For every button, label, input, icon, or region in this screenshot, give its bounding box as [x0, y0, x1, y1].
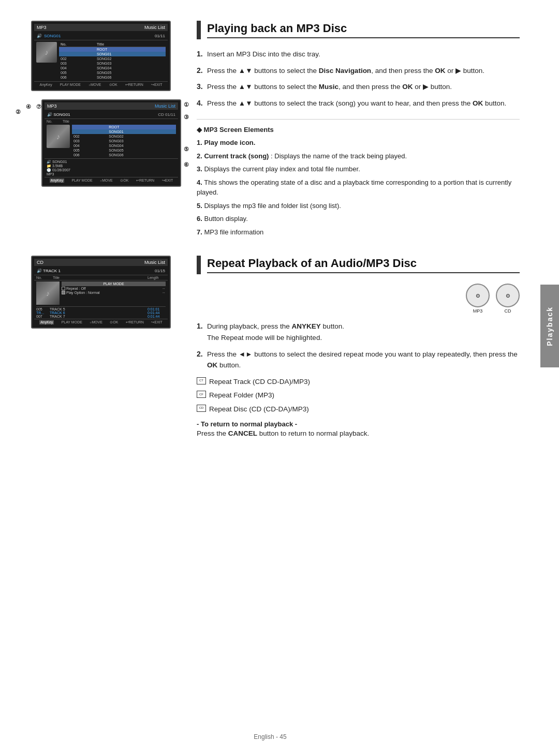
mp3-element-5: 5. Displays the mp3 file and folder list… [197, 201, 520, 211]
mp3-element-6: 6. Button display. [197, 214, 520, 224]
annotation-4: ④ [26, 103, 31, 110]
repeat-instruction-1: 1. During playback, press the ANYKEY but… [197, 321, 520, 343]
screen1-label-right: Music List [144, 25, 165, 30]
instruction-4: 4. Press the ▲▼ buttons to select the tr… [197, 98, 520, 109]
annotation-3: ③ [184, 114, 189, 121]
section1-heading: Playing back an MP3 Disc [207, 22, 520, 38]
screen1-label-left: MP3 [37, 25, 47, 30]
instruction-1: 1. Insert an MP3 Disc into the disc tray… [197, 49, 520, 60]
return-note-heading: - To return to normal playback - [197, 420, 297, 428]
annotation-2: ② [16, 109, 21, 115]
repeat-track-icon: CT [197, 377, 206, 384]
annotation-5: ⑤ [184, 146, 189, 153]
mp3-screen-annotated-container: ② ④ ⑦ ① ③ ⑤ ⑥ MP3 Music List 🔊 SONG01 [31, 99, 186, 187]
mode-icons-container: ⊙ MP3 ⊙ CD [466, 284, 520, 314]
mp3-element-1: 1. Play mode icon. [197, 138, 520, 148]
screen2-label-right: Music List [144, 260, 165, 265]
repeat-instruction-2: 2. Press the ◄► buttons to select the de… [197, 349, 520, 371]
section-mp3-playback: MP3 Music List 🔊 SONG01 01/11 ♪ [31, 21, 520, 240]
mp3-screen-annotated: MP3 Music List 🔊 SONG01 CD 01/11 No.Titl… [41, 99, 181, 187]
screen1-track: SONG01 [44, 34, 61, 38]
sidetab-label: Playback [546, 306, 554, 346]
repeat-options-list: CT Repeat Track (CD CD-DA)/MP3) CF Repea… [197, 376, 520, 415]
mp3-screens-panel: MP3 Music List 🔊 SONG01 01/11 ♪ [31, 21, 197, 240]
cd-mode-icon: ⊙ CD [496, 284, 520, 314]
return-note: - To return to normal playback - Press t… [197, 420, 520, 439]
repeat-instructions-panel: Repeat Playback of an Audio/MP3 Disc ⊙ M… [197, 256, 520, 439]
screen2-label-left: CD [37, 260, 43, 265]
instruction-2: 2. Press the ▲▼ buttons to select the Di… [197, 65, 520, 77]
repeat-folder-icon: CF [197, 391, 206, 398]
mp3-element-3: 3. Displays the current play index and t… [197, 164, 520, 174]
section2-heading: Repeat Playback of an Audio/MP3 Disc [207, 257, 520, 273]
repeat-option-folder: CF Repeat Folder (MP3) [197, 390, 520, 401]
playback-sidetab: Playback [540, 285, 559, 367]
annotation-1: ① [184, 101, 189, 108]
heading-bar-1 [197, 21, 201, 39]
section2-heading-container: Repeat Playback of an Audio/MP3 Disc [197, 256, 520, 274]
repeat-instruction-list: 1. During playback, press the ANYKEY but… [197, 321, 520, 370]
annotation-6: ⑥ [184, 161, 189, 168]
cd-screens-panel: CD Music List 🔊 TRACK 1 01/15 No.TitleLe… [31, 256, 197, 439]
mp3-element-7: 7. MP3 file information [197, 227, 520, 238]
section-repeat-playback: CD Music List 🔊 TRACK 1 01/15 No.TitleLe… [31, 256, 520, 439]
mp3-elements-section: ◆ MP3 Screen Elements 1. Play mode icon.… [197, 119, 520, 237]
repeat-disc-icon: CD [197, 405, 206, 412]
screen1-tracknum: 01/11 [155, 34, 165, 38]
instruction-3: 3. Press the ▲▼ buttons to select the Mu… [197, 81, 520, 93]
mp3-elements-heading: ◆ MP3 Screen Elements [197, 126, 520, 134]
page-footer: English - 45 [254, 733, 286, 740]
cd-screen-mockup: CD Music List 🔊 TRACK 1 01/15 No.TitleLe… [31, 256, 171, 329]
heading-bar-2 [197, 256, 201, 274]
mp3-instruction-list: 1. Insert an MP3 Disc into the disc tray… [197, 49, 520, 109]
mp3-mode-icon: ⊙ MP3 [466, 284, 490, 314]
annotation-7: ⑦ [36, 103, 41, 110]
mp3-element-4: 4. This shows the operating state of a d… [197, 177, 520, 198]
mp3-instructions-panel: Playing back an MP3 Disc 1. Insert an MP… [197, 21, 520, 240]
repeat-option-track: CT Repeat Track (CD CD-DA)/MP3) [197, 376, 520, 388]
section1-heading-container: Playing back an MP3 Disc [197, 21, 520, 39]
repeat-option-disc: CD Repeat Disc (CD (CD-DA)/MP3) [197, 404, 520, 415]
mp3-screen-top: MP3 Music List 🔊 SONG01 01/11 ♪ [31, 21, 171, 91]
mp3-element-2: 2. Current track (song) : Displays the n… [197, 151, 520, 161]
mp3-elements-list: 1. Play mode icon. 2. Current track (son… [197, 138, 520, 237]
